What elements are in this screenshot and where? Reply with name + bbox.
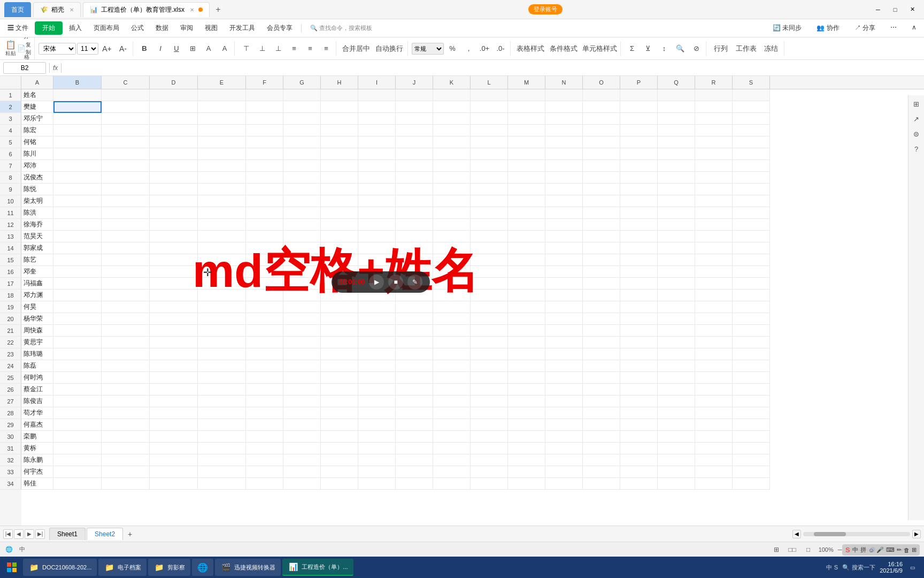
cell-D18[interactable] <box>150 290 198 301</box>
cell-E7[interactable] <box>198 160 246 172</box>
cell-G25[interactable] <box>283 372 321 384</box>
cell-K28[interactable] <box>433 407 471 419</box>
cell-B22[interactable] <box>53 337 102 348</box>
cell-L9[interactable] <box>471 184 508 195</box>
cell-F11[interactable] <box>246 207 283 219</box>
add-tab-button[interactable]: + <box>212 3 225 16</box>
row-num-11[interactable]: 11 <box>0 207 21 219</box>
cell-F31[interactable] <box>246 443 283 454</box>
cell-D29[interactable] <box>150 419 198 431</box>
cell-J4[interactable] <box>396 125 433 136</box>
share-btn[interactable]: ↗ 分享 <box>849 21 881 35</box>
align-center-button[interactable]: ≡ <box>303 41 318 56</box>
cell-S22[interactable] <box>733 337 770 348</box>
cell-F18[interactable] <box>246 290 283 301</box>
cell-I6[interactable] <box>358 148 396 160</box>
cell-H13[interactable] <box>321 231 358 242</box>
cell-B25[interactable] <box>53 372 102 384</box>
cell-A24[interactable]: 陈磊 <box>21 360 53 372</box>
cell-P25[interactable] <box>620 372 658 384</box>
cell-D24[interactable] <box>150 360 198 372</box>
cell-R32[interactable] <box>695 454 733 466</box>
taskbar-item-excel[interactable]: 📊 工程造价（单）... <box>282 559 353 576</box>
col-header-f[interactable]: F <box>246 76 283 89</box>
cell-F19[interactable] <box>246 301 283 313</box>
cell-O5[interactable] <box>583 136 620 148</box>
table-style-button[interactable]: 表格样式 <box>514 41 546 56</box>
cell-B10[interactable] <box>53 195 102 207</box>
cell-K27[interactable] <box>433 396 471 407</box>
font-increase-button[interactable]: A+ <box>99 41 114 56</box>
sum-button[interactable]: Σ <box>625 41 640 56</box>
cell-S32[interactable] <box>733 454 770 466</box>
cell-M12[interactable] <box>508 219 545 231</box>
cell-N9[interactable] <box>545 184 583 195</box>
cell-F9[interactable] <box>246 184 283 195</box>
cell-R4[interactable] <box>695 125 733 136</box>
cell-L19[interactable] <box>471 301 508 313</box>
cell-I26[interactable] <box>358 384 396 396</box>
cell-J31[interactable] <box>396 443 433 454</box>
cell-G16[interactable] <box>283 266 321 278</box>
cell-O12[interactable] <box>583 219 620 231</box>
cell-O20[interactable] <box>583 313 620 325</box>
cell-R13[interactable] <box>695 231 733 242</box>
cell-H33[interactable] <box>321 466 358 478</box>
cell-L15[interactable] <box>471 254 508 266</box>
cell-H7[interactable] <box>321 160 358 172</box>
show-desktop-button[interactable]: ▭ <box>907 562 918 573</box>
cell-L5[interactable] <box>471 136 508 148</box>
fill-color-button[interactable]: A <box>201 41 216 56</box>
cell-P31[interactable] <box>620 443 658 454</box>
cell-A15[interactable]: 陈艺 <box>21 254 53 266</box>
cell-D26[interactable] <box>150 384 198 396</box>
row-num-9[interactable]: 9 <box>0 184 21 195</box>
cell-M19[interactable] <box>508 301 545 313</box>
cell-J19[interactable] <box>396 301 433 313</box>
cell-R19[interactable] <box>695 301 733 313</box>
cell-P29[interactable] <box>620 419 658 431</box>
cell-Q20[interactable] <box>658 313 695 325</box>
cell-M26[interactable] <box>508 384 545 396</box>
cell-E22[interactable] <box>198 337 246 348</box>
cell-D31[interactable] <box>150 443 198 454</box>
cell-N11[interactable] <box>545 207 583 219</box>
cell-J2[interactable] <box>396 101 433 113</box>
cell-M4[interactable] <box>508 125 545 136</box>
cell-L11[interactable] <box>471 207 508 219</box>
cell-C9[interactable] <box>102 184 150 195</box>
cell-D15[interactable] <box>150 254 198 266</box>
cell-I15[interactable] <box>358 254 396 266</box>
cell-A31[interactable]: 黄柝 <box>21 443 53 454</box>
cell-O7[interactable] <box>583 160 620 172</box>
cell-R9[interactable] <box>695 184 733 195</box>
cell-F30[interactable] <box>246 431 283 443</box>
cell-O16[interactable] <box>583 266 620 278</box>
cell-D7[interactable] <box>150 160 198 172</box>
cell-D12[interactable] <box>150 219 198 231</box>
cell-M16[interactable] <box>508 266 545 278</box>
cell-I13[interactable] <box>358 231 396 242</box>
cell-B17[interactable] <box>53 278 102 290</box>
row-num-19[interactable]: 19 <box>0 301 21 313</box>
cell-P6[interactable] <box>620 148 658 160</box>
cell-Q6[interactable] <box>658 148 695 160</box>
cell-Q18[interactable] <box>658 290 695 301</box>
cell-S29[interactable] <box>733 419 770 431</box>
cell-A6[interactable]: 陈川 <box>21 148 53 160</box>
cell-E8[interactable] <box>198 172 246 184</box>
cell-H25[interactable] <box>321 372 358 384</box>
ime-bar[interactable]: 中 S <box>826 564 838 572</box>
cell-H27[interactable] <box>321 396 358 407</box>
cell-N26[interactable] <box>545 384 583 396</box>
cell-D22[interactable] <box>150 337 198 348</box>
cell-N7[interactable] <box>545 160 583 172</box>
cell-R26[interactable] <box>695 384 733 396</box>
cell-G26[interactable] <box>283 384 321 396</box>
row-num-6[interactable]: 6 <box>0 148 21 160</box>
cell-I19[interactable] <box>358 301 396 313</box>
cell-S21[interactable] <box>733 325 770 337</box>
cell-K3[interactable] <box>433 113 471 125</box>
cell-Q11[interactable] <box>658 207 695 219</box>
cell-N16[interactable] <box>545 266 583 278</box>
